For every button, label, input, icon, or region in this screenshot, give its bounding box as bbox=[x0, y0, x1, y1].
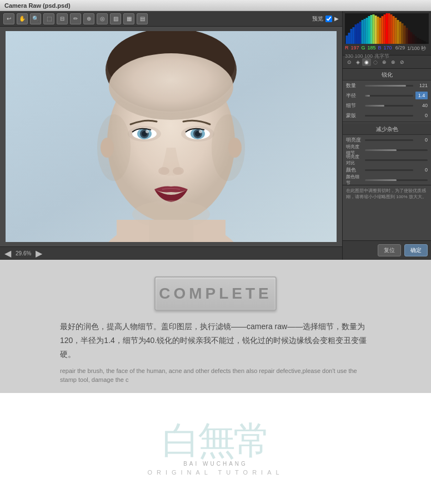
right-panel: R 197 G 185 B 170 6/29 1/100 秒 330 100 1… bbox=[342, 11, 431, 260]
exposure-value: 6/29 bbox=[395, 45, 405, 52]
radius-slider[interactable] bbox=[365, 95, 413, 97]
svg-rect-41 bbox=[377, 17, 379, 44]
svg-rect-46 bbox=[388, 13, 390, 44]
complete-section: COMPLETE 最好的润色，提高人物细节。盖印图层，执行滤镜——camera … bbox=[0, 260, 431, 393]
svg-rect-58 bbox=[415, 36, 417, 44]
watermark-section: 白無常 Bai Wuchang ORIGINAL TUTORIAL bbox=[0, 393, 431, 504]
lum-detail-slider[interactable] bbox=[365, 149, 428, 151]
svg-rect-32 bbox=[357, 23, 359, 44]
svg-rect-27 bbox=[346, 36, 348, 44]
brand-tagline: ORIGINAL TUTORIAL bbox=[147, 469, 283, 476]
chinese-watermark: 白無常 bbox=[162, 422, 269, 460]
luminance-slider[interactable] bbox=[365, 139, 413, 141]
svg-rect-50 bbox=[397, 20, 399, 44]
tool-btn-heal[interactable]: ⊕ bbox=[83, 13, 94, 24]
svg-rect-29 bbox=[350, 29, 353, 44]
svg-point-20 bbox=[199, 130, 202, 133]
svg-rect-35 bbox=[364, 19, 366, 44]
r-value: 197 bbox=[351, 45, 359, 52]
color-slider[interactable] bbox=[365, 169, 413, 171]
svg-rect-44 bbox=[384, 14, 386, 44]
svg-rect-38 bbox=[370, 15, 373, 44]
amount-row: 数量 121 bbox=[343, 80, 431, 90]
svg-point-25 bbox=[212, 114, 245, 181]
complete-text: COMPLETE bbox=[159, 285, 272, 303]
nav-left[interactable]: ◀ bbox=[4, 248, 11, 259]
lum-contrast-row: 明亮度对比 bbox=[343, 155, 431, 165]
amount-label: 数量 bbox=[346, 82, 363, 89]
noise-title: 减少杂色 bbox=[343, 123, 431, 135]
g-label: G bbox=[362, 45, 365, 52]
color-value: 0 bbox=[415, 167, 428, 173]
svg-rect-30 bbox=[353, 27, 355, 44]
panel-buttons: 复位 确定 bbox=[343, 240, 431, 260]
svg-rect-34 bbox=[362, 20, 364, 44]
tool-btn-adjust1[interactable]: ▨ bbox=[110, 13, 121, 24]
svg-rect-26 bbox=[149, 220, 193, 242]
svg-rect-60 bbox=[419, 39, 422, 44]
histogram-area: R 197 G 185 B 170 6/29 1/100 秒 330 100 1… bbox=[343, 11, 431, 56]
tool-btn-brush[interactable]: ✏ bbox=[70, 13, 81, 24]
svg-rect-52 bbox=[402, 23, 404, 44]
detail-slider[interactable] bbox=[365, 105, 413, 107]
lum-contrast-label: 明亮度对比 bbox=[346, 154, 363, 166]
svg-rect-51 bbox=[399, 22, 402, 44]
preview-area: 预览 ▶ bbox=[312, 15, 339, 23]
color-detail-slider[interactable] bbox=[365, 179, 428, 181]
masking-value: 0 bbox=[415, 113, 428, 118]
color-detail-label: 颜色细节 bbox=[346, 174, 363, 186]
radius-value: 1.4 bbox=[415, 92, 428, 99]
size-info: 330 100 100 兆字节 bbox=[345, 53, 429, 60]
svg-rect-62 bbox=[424, 41, 426, 44]
title-bar: Camera Raw (psd.psd) bbox=[0, 0, 431, 11]
tool-btn-hand[interactable]: ✋ bbox=[17, 13, 28, 24]
shutter-value: 1/100 秒 bbox=[407, 45, 426, 52]
tool-btn-adjust2[interactable]: ▦ bbox=[123, 13, 134, 24]
size-value: 100 兆字节 bbox=[364, 53, 389, 59]
svg-rect-28 bbox=[348, 33, 350, 44]
svg-rect-40 bbox=[375, 16, 377, 44]
photoshop-window: Camera Raw (psd.psd) ↩ ✋ 🔍 ⬚ ⊟ ✏ ⊕ ◎ ▨ ▦… bbox=[0, 0, 431, 260]
tool-btn-select2[interactable]: ⊟ bbox=[57, 13, 68, 24]
masking-slider[interactable] bbox=[365, 115, 413, 117]
svg-rect-61 bbox=[422, 40, 424, 44]
reset-button[interactable]: 复位 bbox=[378, 244, 401, 256]
b-label: B bbox=[378, 45, 382, 52]
tool-btn-select1[interactable]: ⬚ bbox=[43, 13, 54, 24]
bottom-info-text: 在此图层中调整剪切时，为了使较优质感糊，请将缩小小缩略图到 100% 放大大。 bbox=[346, 188, 427, 199]
luminance-value: 0 bbox=[415, 137, 428, 143]
masking-label: 蒙版 bbox=[346, 112, 363, 119]
tool-btn-red[interactable]: ◎ bbox=[97, 13, 108, 24]
svg-point-22 bbox=[173, 167, 184, 175]
expand-btn[interactable]: ▶ bbox=[334, 16, 339, 22]
svg-point-24 bbox=[97, 114, 131, 181]
svg-rect-55 bbox=[408, 30, 410, 44]
amount-slider[interactable] bbox=[365, 85, 413, 87]
toolbar: ↩ ✋ 🔍 ⬚ ⊟ ✏ ⊕ ◎ ▨ ▦ ▤ 预览 ▶ bbox=[0, 11, 342, 27]
ok-button[interactable]: 确定 bbox=[404, 244, 428, 256]
svg-rect-49 bbox=[395, 18, 397, 44]
canvas-area: ↩ ✋ 🔍 ⬚ ⊟ ✏ ⊕ ◎ ▨ ▦ ▤ 预览 ▶ bbox=[0, 11, 342, 260]
tool-btn-adjust3[interactable]: ▤ bbox=[137, 13, 148, 24]
portrait-svg bbox=[6, 31, 337, 242]
tool-btn-rotate[interactable]: ↩ bbox=[3, 13, 14, 24]
svg-rect-48 bbox=[393, 16, 395, 44]
b-value: 170 bbox=[384, 45, 392, 52]
tool-btn-zoom[interactable]: 🔍 bbox=[30, 13, 41, 24]
radius-row: 半径 1.4 bbox=[343, 90, 431, 100]
nav-right[interactable]: ▶ bbox=[36, 248, 42, 259]
main-description: 最好的润色，提高人物细节。盖印图层，执行滤镜——camera raw——选择细节… bbox=[4, 311, 427, 362]
color-label: 颜色 bbox=[346, 167, 363, 174]
detail-row: 细节 40 bbox=[343, 100, 431, 110]
detail-value: 40 bbox=[415, 103, 428, 108]
zoom-display: 29.6% bbox=[16, 250, 31, 256]
lum-contrast-slider[interactable] bbox=[365, 159, 428, 161]
svg-rect-31 bbox=[355, 24, 357, 44]
preview-checkbox[interactable] bbox=[325, 16, 332, 22]
svg-rect-36 bbox=[366, 18, 368, 44]
detail-label: 细节 bbox=[346, 102, 363, 109]
svg-rect-39 bbox=[373, 14, 375, 44]
svg-rect-43 bbox=[382, 16, 384, 44]
svg-point-21 bbox=[158, 167, 169, 175]
svg-rect-45 bbox=[386, 13, 388, 44]
